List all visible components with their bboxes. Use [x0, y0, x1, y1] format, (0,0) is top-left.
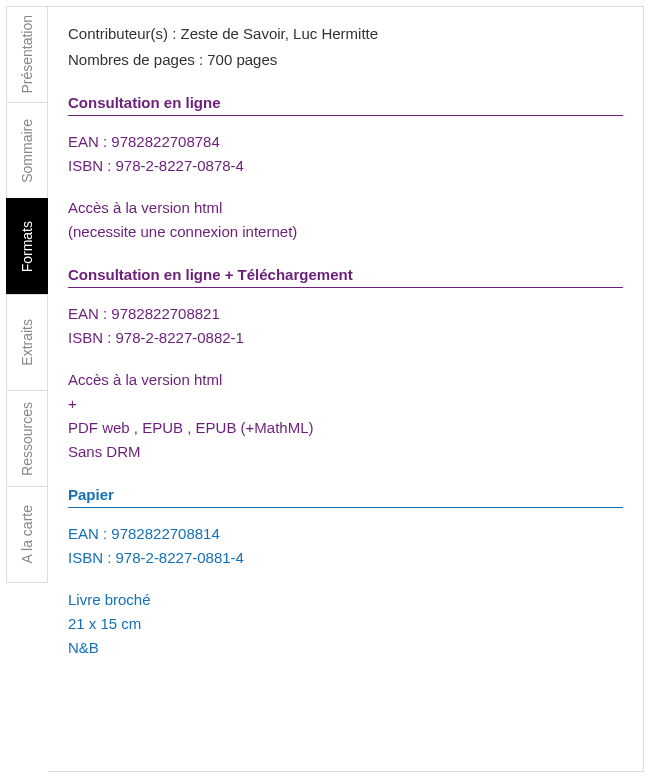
tab-formats[interactable]: Formats: [6, 198, 48, 295]
binding-line: Livre broché: [68, 588, 623, 612]
section-online-download: Consultation en ligne + Téléchargement E…: [68, 266, 623, 464]
access-line: Accès à la version html: [68, 368, 623, 392]
content-area: Contributeur(s) : Zeste de Savoir, Luc H…: [48, 6, 644, 772]
tab-ressources[interactable]: Ressources: [6, 390, 48, 487]
section-title: Consultation en ligne: [68, 94, 623, 116]
tab-presentation[interactable]: Présentation: [6, 6, 48, 103]
tab-label: Sommaire: [19, 119, 35, 183]
access-plus: +: [68, 392, 623, 416]
tab-label: Ressources: [19, 402, 35, 476]
section-title: Consultation en ligne + Téléchargement: [68, 266, 623, 288]
access-line: Accès à la version html: [68, 196, 623, 220]
page-count-line: Nombres de pages : 700 pages: [68, 47, 623, 73]
dimensions-line: 21 x 15 cm: [68, 612, 623, 636]
drm-line: Sans DRM: [68, 440, 623, 464]
color-line: N&B: [68, 636, 623, 660]
access-note: (necessite une connexion internet): [68, 220, 623, 244]
ean-line: EAN : 9782822708814: [68, 522, 623, 546]
formats-line: PDF web , EPUB , EPUB (+MathML): [68, 416, 623, 440]
tab-label: Présentation: [19, 15, 35, 94]
tab-label: A la carte: [19, 505, 35, 563]
isbn-line: ISBN : 978-2-8227-0881-4: [68, 546, 623, 570]
section-paper: Papier EAN : 9782822708814 ISBN : 978-2-…: [68, 486, 623, 660]
tab-sommaire[interactable]: Sommaire: [6, 102, 48, 199]
section-online: Consultation en ligne EAN : 978282270878…: [68, 94, 623, 244]
tab-list: Présentation Sommaire Formats Extraits R…: [6, 6, 48, 772]
ean-line: EAN : 9782822708784: [68, 130, 623, 154]
tab-alacarte[interactable]: A la carte: [6, 486, 48, 583]
tab-label: Formats: [19, 221, 35, 272]
section-title: Papier: [68, 486, 623, 508]
formats-panel: Présentation Sommaire Formats Extraits R…: [6, 6, 644, 772]
isbn-line: ISBN : 978-2-8227-0882-1: [68, 326, 623, 350]
ean-line: EAN : 9782822708821: [68, 302, 623, 326]
tab-extraits[interactable]: Extraits: [6, 294, 48, 391]
tab-label: Extraits: [19, 319, 35, 366]
isbn-line: ISBN : 978-2-8227-0878-4: [68, 154, 623, 178]
contributors-line: Contributeur(s) : Zeste de Savoir, Luc H…: [68, 21, 623, 47]
